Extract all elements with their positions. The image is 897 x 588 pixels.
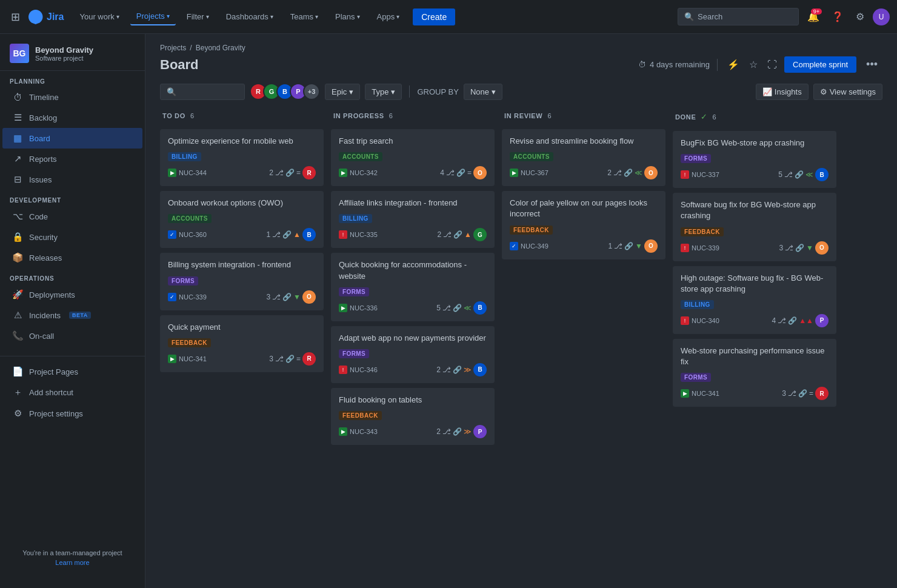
card-tag: BILLING (168, 152, 201, 161)
nav-dashboards[interactable]: Dashboards ▾ (220, 8, 279, 25)
sidebar-item-add-shortcut[interactable]: ＋ Add shortcut (2, 382, 142, 403)
insights-button[interactable]: 📈 Insights (756, 84, 809, 100)
priority-icon: ▼ (293, 293, 301, 301)
card-NUC-349[interactable]: Color of pale yellow on our pages looks … (502, 191, 665, 259)
nav-apps[interactable]: Apps ▾ (371, 8, 406, 25)
card-NUC-346[interactable]: Adapt web app no new payments provider F… (331, 326, 495, 383)
breadcrumb-project[interactable]: Beyond Gravity (196, 44, 245, 52)
card-NUC-337[interactable]: BugFix BG Web-store app crashing FORMS !… (673, 131, 836, 188)
card-meta: ▶ NUC-344 2 ⎇ 🔗 = R (168, 166, 316, 179)
card-NUC-342[interactable]: Fast trip search ACCOUNTS ▶ NUC-342 4 ⎇ … (331, 129, 495, 186)
member-avatar-more[interactable]: +3 (303, 83, 320, 100)
card-NUC-367[interactable]: Revise and streamline booking flow ACCOU… (502, 129, 665, 186)
card-NUC-335[interactable]: Affiliate links integration - frontend B… (331, 191, 495, 248)
card-NUC-341[interactable]: Web-store purchasing performance issue f… (673, 339, 836, 407)
sprint-remaining: 4 days remaining (650, 60, 710, 69)
card-tag: ACCOUNTS (510, 152, 553, 161)
more-options-button[interactable]: ••• (861, 56, 882, 73)
sprint-info: ⏱ 4 days remaining (638, 60, 710, 69)
lightning-icon[interactable]: ⚡ (725, 56, 742, 73)
sidebar-item-deployments[interactable]: 🚀 Deployments (2, 284, 142, 305)
beta-badge: BETA (69, 312, 91, 319)
board-search-input[interactable] (180, 87, 238, 96)
breadcrumb-projects[interactable]: Projects (160, 44, 186, 52)
nav-your-work[interactable]: Your work ▾ (73, 8, 125, 25)
sidebar-item-security[interactable]: 🔒 Security (2, 227, 142, 247)
card-NUC-339[interactable]: Billing system integration - frontend FO… (160, 253, 324, 310)
card-type-icon: ! (681, 244, 689, 252)
nav-projects[interactable]: Projects ▾ (130, 8, 176, 25)
card-avatar: O (815, 241, 829, 255)
card-icons-row: 4 ⎇ 🔗 ▲▲ P (772, 314, 829, 327)
sidebar-item-incidents[interactable]: ⚠ Incidents BETA (2, 305, 142, 326)
create-button[interactable]: Create (413, 8, 455, 25)
card-NUC-343[interactable]: Fluid booking on tablets FEEDBACK ▶ NUC-… (331, 388, 495, 445)
card-title: Optimize experience for mobile web (168, 136, 316, 147)
card-avatar: O (302, 290, 316, 304)
card-icons-row: 2 ⎇ 🔗 ≫ B (436, 363, 487, 376)
card-icons-row: 3 ⎇ 🔗 = R (782, 387, 829, 400)
star-icon[interactable]: ☆ (747, 56, 760, 73)
branch-icon: ⎇ (446, 169, 455, 177)
card-NUC-341[interactable]: Quick payment FEEDBACK ▶ NUC-341 3 ⎇ 🔗 =… (160, 315, 324, 372)
nav-teams[interactable]: Teams ▾ (284, 8, 324, 25)
sidebar-item-project-settings[interactable]: ⚙ Project settings (2, 403, 142, 424)
sidebar-item-project-pages[interactable]: 📄 Project Pages (2, 361, 142, 382)
board-search-box[interactable]: 🔍 (160, 84, 245, 100)
sidebar-item-timeline[interactable]: ⏱ Timeline (2, 87, 142, 107)
card-NUC-336[interactable]: Quick booking for accommodations - websi… (331, 253, 495, 321)
sidebar-item-code[interactable]: ⌥ Code (2, 206, 142, 227)
view-settings-button[interactable]: ⚙ View settings (813, 84, 882, 100)
complete-sprint-button[interactable]: Complete sprint (784, 56, 856, 73)
sidebar-footer-link[interactable]: Learn more (10, 559, 135, 571)
grid-icon[interactable]: ⊞ (7, 7, 24, 27)
logo[interactable]: Jira (28, 10, 64, 24)
column-header-todo: TO DO 6 (160, 107, 324, 124)
card-id: NUC-346 (350, 366, 378, 373)
chevron-down-icon: ▾ (492, 87, 496, 96)
card-type-icon: ▶ (339, 304, 347, 312)
column-count: 6 (190, 112, 194, 119)
card-meta: ▶ NUC-343 2 ⎇ 🔗 ≫ P (339, 425, 487, 438)
card-meta: ✓ NUC-339 3 ⎇ 🔗 ▼ O (168, 290, 316, 304)
card-num: 4 (772, 316, 776, 325)
nav-plans[interactable]: Plans ▾ (329, 8, 366, 25)
card-NUC-360[interactable]: Onboard workout options (OWO) ACCOUNTS ✓… (160, 191, 324, 248)
sidebar-item-issues[interactable]: ⊟ Issues (2, 169, 142, 190)
sidebar-item-releases[interactable]: 📦 Releases (2, 247, 142, 268)
type-filter-button[interactable]: Type ▾ (365, 84, 402, 100)
card-title: High outage: Software bug fix - BG Web-s… (681, 273, 829, 295)
help-button[interactable]: ❓ (828, 7, 847, 26)
priority-icon: ≫ (464, 427, 472, 436)
card-NUC-340[interactable]: High outage: Software bug fix - BG Web-s… (673, 266, 836, 334)
branch-icon: ⎇ (778, 316, 786, 325)
link-icon: 🔗 (624, 169, 633, 177)
search-icon: 🔍 (167, 87, 176, 96)
user-avatar[interactable]: U (873, 8, 890, 25)
card-NUC-344[interactable]: Optimize experience for mobile web BILLI… (160, 129, 324, 186)
sidebar-section-development: DEVELOPMENT (0, 190, 145, 206)
card-id-wrap: ▶ NUC-367 (510, 169, 605, 177)
epic-filter-button[interactable]: Epic ▾ (325, 84, 360, 100)
card-tag: FEEDBACK (510, 226, 553, 235)
card-meta: ▶ NUC-341 3 ⎇ 🔗 = R (681, 387, 829, 400)
nav-filter[interactable]: Filter ▾ (181, 8, 215, 25)
sidebar-item-on-call[interactable]: 📞 On-call (2, 326, 142, 346)
branch-icon: ⎇ (275, 169, 284, 177)
card-meta: ▶ NUC-342 4 ⎇ 🔗 = O (339, 166, 487, 179)
card-NUC-339[interactable]: Software bug fix for BG Web-store app cr… (673, 193, 836, 261)
settings-button[interactable]: ⚙ (852, 7, 868, 26)
card-id-wrap: ▶ NUC-342 (339, 169, 438, 177)
column-header-done: DONE ✓ 6 (673, 107, 836, 126)
search-box[interactable]: 🔍 Search (678, 8, 799, 25)
card-num: 3 (782, 389, 786, 398)
sidebar-item-board[interactable]: ▦ Board (2, 128, 142, 149)
card-id-wrap: ▶ NUC-343 (339, 427, 434, 436)
groupby-button[interactable]: None ▾ (464, 84, 502, 100)
sidebar-item-backlog[interactable]: ☰ Backlog (2, 107, 142, 128)
expand-icon[interactable]: ⛶ (765, 57, 779, 73)
notifications-button[interactable]: 🔔 9+ (804, 7, 823, 26)
sidebar-item-reports[interactable]: ↗ Reports (2, 149, 142, 169)
column-count: 6 (712, 113, 716, 121)
priority-icon: ▲ (293, 230, 301, 239)
